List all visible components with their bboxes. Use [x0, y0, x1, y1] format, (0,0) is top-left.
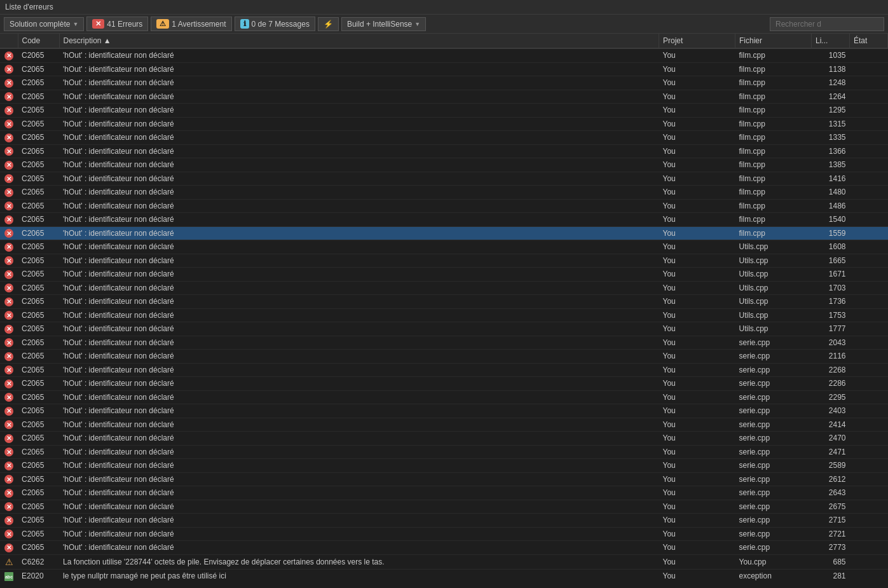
table-row[interactable]: ✕C2065'hOut' : identificateur non déclar…: [0, 295, 888, 309]
table-row[interactable]: ✕C2065'hOut' : identificateur non déclar…: [0, 144, 888, 158]
row-file: Utils.cpp: [735, 322, 812, 336]
table-row[interactable]: ✕C2065'hOut' : identificateur non déclar…: [0, 404, 888, 418]
table-row[interactable]: ✕C2065'hOut' : identificateur non déclar…: [0, 377, 888, 391]
table-row[interactable]: ✕C2065'hOut' : identificateur non déclar…: [0, 281, 888, 295]
col-header-description[interactable]: Description ▲: [59, 34, 659, 48]
error-icon: ✕: [4, 51, 13, 60]
row-description: 'hOut' : identificateur non déclaré: [59, 62, 659, 76]
row-code: C2065: [18, 48, 59, 62]
table-row[interactable]: ✕C2065'hOut' : identificateur non déclar…: [0, 459, 888, 473]
row-state: [850, 240, 888, 254]
build-dropdown[interactable]: Build + IntelliSense ▼: [341, 17, 426, 31]
row-project: You: [659, 554, 735, 569]
table-row[interactable]: ✕C2065'hOut' : identificateur non déclar…: [0, 308, 888, 322]
table-row[interactable]: ✕C2065'hOut' : identificateur non déclar…: [0, 336, 888, 350]
row-state: [850, 486, 888, 500]
solution-dropdown[interactable]: Solution complète ▼: [4, 17, 84, 31]
col-header-line[interactable]: Li...: [812, 34, 850, 48]
row-line: 1035: [812, 48, 850, 62]
row-line: 685: [812, 554, 850, 569]
table-row[interactable]: ✕C2065'hOut' : identificateur non déclar…: [0, 527, 888, 541]
table-row[interactable]: ✕C2065'hOut' : identificateur non déclar…: [0, 500, 888, 514]
table-row[interactable]: ✕C2065'hOut' : identificateur non déclar…: [0, 514, 888, 528]
row-code: C2065: [18, 186, 59, 200]
table-row[interactable]: ✕C2065'hOut' : identificateur non déclar…: [0, 350, 888, 364]
row-description: 'hOut' : identificateur non déclaré: [59, 226, 659, 240]
table-row[interactable]: ✕C2065'hOut' : identificateur non déclar…: [0, 418, 888, 432]
row-line: 1416: [812, 172, 850, 186]
row-code: E2020: [18, 569, 59, 581]
solution-label: Solution complète: [10, 20, 70, 29]
col-header-icon: [0, 34, 18, 48]
table-row[interactable]: ✕C2065'hOut' : identificateur non déclar…: [0, 390, 888, 404]
row-project: You: [659, 363, 735, 377]
errors-btn[interactable]: ✕ 41 Erreurs: [86, 17, 148, 31]
row-icon-cell: ✕: [0, 226, 18, 240]
table-row[interactable]: ✕C2065'hOut' : identificateur non déclar…: [0, 213, 888, 227]
table-row[interactable]: ✕C2065'hOut' : identificateur non déclar…: [0, 541, 888, 555]
row-icon-cell: ✕: [0, 308, 18, 322]
search-input[interactable]: [770, 17, 884, 31]
error-icon: ✕: [4, 393, 13, 402]
table-row[interactable]: ✕C2065'hOut' : identificateur non déclar…: [0, 172, 888, 186]
table-row[interactable]: ✕C2065'hOut' : identificateur non déclar…: [0, 90, 888, 104]
table-row[interactable]: ✕C2065'hOut' : identificateur non déclar…: [0, 104, 888, 118]
row-icon-cell: ✕: [0, 336, 18, 350]
table-row[interactable]: ✕C2065'hOut' : identificateur non déclar…: [0, 158, 888, 172]
warnings-btn[interactable]: ⚠ 1 Avertissement: [151, 17, 231, 31]
row-code: C2065: [18, 390, 59, 404]
row-description: 'hOut' : identificateur non déclaré: [59, 322, 659, 336]
filter-btn[interactable]: ⚡: [318, 17, 339, 31]
error-icon: ✕: [4, 475, 13, 484]
table-row[interactable]: ✕C2065'hOut' : identificateur non déclar…: [0, 268, 888, 282]
col-header-code[interactable]: Code: [18, 34, 59, 48]
row-project: You: [659, 569, 735, 581]
col-header-project[interactable]: Projet: [659, 34, 735, 48]
col-header-state[interactable]: État: [850, 34, 888, 48]
table-row[interactable]: ✕C2065'hOut' : identificateur non déclar…: [0, 131, 888, 145]
table-row[interactable]: ✕C2065'hOut' : identificateur non déclar…: [0, 486, 888, 500]
row-icon-cell: ✕: [0, 472, 18, 486]
table-row[interactable]: ✕C2065'hOut' : identificateur non déclar…: [0, 240, 888, 254]
row-code: C2065: [18, 322, 59, 336]
row-file: film.cpp: [735, 104, 812, 118]
error-icon: ✕: [4, 270, 13, 279]
row-project: You: [659, 350, 735, 364]
error-icon: ✕: [4, 516, 13, 525]
table-row[interactable]: abcE2020le type nullptr managé ne peut p…: [0, 569, 888, 581]
row-state: [850, 144, 888, 158]
row-description: 'hOut' : identificateur non déclaré: [59, 445, 659, 459]
row-line: 1703: [812, 281, 850, 295]
row-file: serie.cpp: [735, 514, 812, 528]
col-header-file[interactable]: Fichier: [735, 34, 812, 48]
table-row[interactable]: ✕C2065'hOut' : identificateur non déclar…: [0, 117, 888, 131]
table-row[interactable]: ✕C2065'hOut' : identificateur non déclar…: [0, 199, 888, 213]
row-file: film.cpp: [735, 117, 812, 131]
row-state: [850, 62, 888, 76]
table-row[interactable]: ✕C2065'hOut' : identificateur non déclar…: [0, 472, 888, 486]
table-row[interactable]: ✕C2065'hOut' : identificateur non déclar…: [0, 254, 888, 268]
messages-btn[interactable]: ℹ 0 de 7 Messages: [235, 17, 315, 31]
row-file: serie.cpp: [735, 363, 812, 377]
row-file: film.cpp: [735, 90, 812, 104]
row-code: C2065: [18, 144, 59, 158]
row-description: 'hOut' : identificateur non déclaré: [59, 418, 659, 432]
table-row[interactable]: ✕C2065'hOut' : identificateur non déclar…: [0, 432, 888, 446]
table-row[interactable]: ✕C2065'hOut' : identificateur non déclar…: [0, 48, 888, 62]
table-row[interactable]: ✕C2065'hOut' : identificateur non déclar…: [0, 62, 888, 76]
table-row[interactable]: ✕C2065'hOut' : identificateur non déclar…: [0, 445, 888, 459]
title-bar-text: Liste d'erreurs: [5, 3, 53, 11]
row-state: [850, 281, 888, 295]
row-line: 1385: [812, 158, 850, 172]
table-row[interactable]: ✕C2065'hOut' : identificateur non déclar…: [0, 363, 888, 377]
table-row[interactable]: ✕C2065'hOut' : identificateur non déclar…: [0, 226, 888, 240]
table-row[interactable]: ✕C2065'hOut' : identificateur non déclar…: [0, 322, 888, 336]
table-row[interactable]: ✕C2065'hOut' : identificateur non déclar…: [0, 186, 888, 200]
row-description: 'hOut' : identificateur non déclaré: [59, 48, 659, 62]
row-description: 'hOut' : identificateur non déclaré: [59, 527, 659, 541]
table-row[interactable]: ⚠C6262La fonction utilise '228744' octet…: [0, 554, 888, 569]
build-dropdown-arrow: ▼: [414, 21, 420, 27]
error-icon: ✕: [4, 256, 13, 265]
table-row[interactable]: ✕C2065'hOut' : identificateur non déclar…: [0, 76, 888, 90]
row-description: le type nullptr managé ne peut pas être …: [59, 569, 659, 581]
